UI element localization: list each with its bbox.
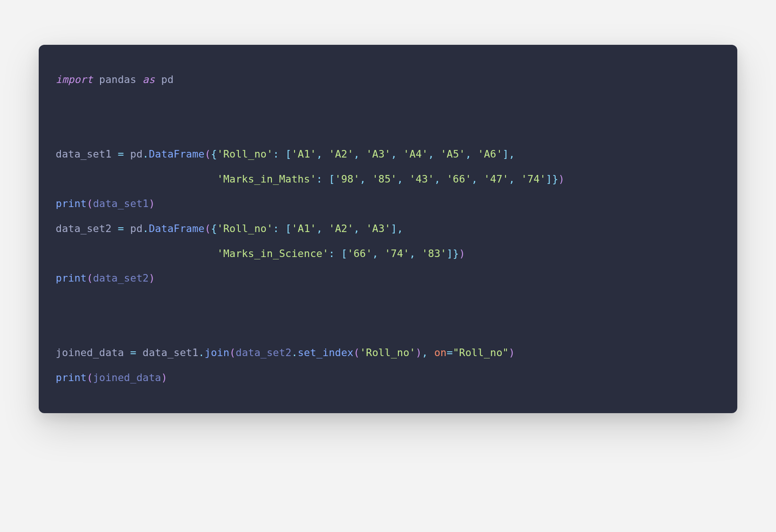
comma: , (422, 347, 428, 358)
comma: , (397, 223, 403, 234)
comma: , (354, 148, 360, 160)
op-assign: = (118, 223, 124, 234)
arg-dataset2: data_set2 (93, 272, 149, 284)
rparen: ) (558, 173, 565, 185)
obj-dataset2: data_set2 (236, 347, 291, 358)
key-rollno: 'Roll_no' (217, 148, 273, 160)
module-ref: pd (130, 223, 143, 234)
fn-print: print (56, 272, 87, 284)
rparen: ) (149, 272, 155, 284)
comma: , (372, 248, 378, 259)
var-dataset1: data_set1 (56, 148, 111, 160)
comma: , (428, 148, 434, 160)
op-assign: = (118, 148, 124, 160)
alias-pd: pd (161, 74, 174, 85)
comma: , (509, 148, 515, 160)
str-a3: 'A3' (366, 223, 391, 234)
dot: . (198, 347, 204, 358)
comma: , (360, 173, 366, 185)
module-pandas: pandas (99, 74, 136, 85)
lparen: ( (87, 372, 93, 383)
colon: : (316, 173, 322, 185)
str-74: '74' (521, 173, 546, 185)
key-marks-science: 'Marks_in_Science' (217, 248, 329, 259)
fn-dataframe: DataFrame (149, 223, 204, 234)
comma: , (391, 148, 397, 160)
fn-setindex: set_index (298, 347, 354, 358)
str-a5: 'A5' (440, 148, 465, 160)
str-43: '43' (409, 173, 434, 185)
str-83: '83' (422, 248, 447, 259)
comma: , (409, 248, 415, 259)
comma: , (465, 148, 472, 160)
rparen: ) (415, 347, 422, 358)
str-a2: 'A2' (329, 223, 354, 234)
comma: , (354, 223, 360, 234)
colon: : (273, 223, 279, 234)
rparen: ) (509, 347, 515, 358)
dot: . (143, 223, 149, 234)
arg-dataset1: data_set1 (93, 198, 149, 209)
str-98: '98' (335, 173, 360, 185)
op-assign: = (130, 347, 136, 358)
colon: : (329, 248, 335, 259)
arg-joined: joined_data (93, 372, 161, 383)
str-a1: 'A1' (292, 223, 317, 234)
comma: , (509, 173, 515, 185)
fn-print: print (56, 372, 87, 383)
module-ref: pd (130, 148, 143, 160)
str-66: '66' (347, 248, 372, 259)
rbracket: ] (391, 223, 397, 234)
comma: , (316, 223, 322, 234)
lparen: ( (205, 223, 211, 234)
str-a2: 'A2' (329, 148, 354, 160)
key-marks-maths: 'Marks_in_Maths' (217, 173, 316, 185)
str-rollno2: "Roll_no" (453, 347, 508, 358)
str-66: '66' (447, 173, 472, 185)
comma: , (472, 173, 478, 185)
rbracket: ] (503, 148, 509, 160)
lbrace: { (211, 148, 217, 160)
str-a1: 'A1' (292, 148, 317, 160)
lparen: ( (205, 148, 211, 160)
keyword-import: import (56, 74, 93, 85)
rparen: ) (161, 372, 167, 383)
comma: , (434, 173, 440, 185)
fn-join: join (205, 347, 230, 358)
key-rollno: 'Roll_no' (217, 223, 273, 234)
rparen: ) (459, 248, 465, 259)
fn-dataframe: DataFrame (149, 148, 204, 160)
lbracket: [ (285, 148, 291, 160)
lbracket: [ (341, 248, 347, 259)
str-a6: 'A6' (478, 148, 503, 160)
str-85: '85' (372, 173, 397, 185)
lparen: ( (87, 272, 93, 284)
lparen: ( (87, 198, 93, 209)
comma: , (397, 173, 403, 185)
str-47: '47' (484, 173, 509, 185)
fn-print: print (56, 198, 87, 209)
param-on: on (434, 347, 447, 358)
lparen: ( (354, 347, 360, 358)
var-joined: joined_data (56, 347, 124, 358)
rbracket: ] (546, 173, 552, 185)
dot: . (143, 148, 149, 160)
code-block: import pandas as pd data_set1 = pd.DataF… (39, 45, 737, 413)
lbrace: { (211, 223, 217, 234)
lbracket: [ (285, 223, 291, 234)
keyword-as: as (143, 74, 155, 85)
str-74: '74' (385, 248, 410, 259)
obj-dataset1: data_set1 (143, 347, 198, 358)
dot: . (292, 347, 298, 358)
op-eq: = (447, 347, 453, 358)
colon: : (273, 148, 279, 160)
rbrace: } (552, 173, 558, 185)
rparen: ) (149, 198, 155, 209)
str-rollno: 'Roll_no' (360, 347, 415, 358)
lbracket: [ (329, 173, 335, 185)
str-a4: 'A4' (403, 148, 428, 160)
rbrace: } (453, 248, 459, 259)
lparen: ( (229, 347, 236, 358)
var-dataset2: data_set2 (56, 223, 111, 234)
comma: , (316, 148, 322, 160)
